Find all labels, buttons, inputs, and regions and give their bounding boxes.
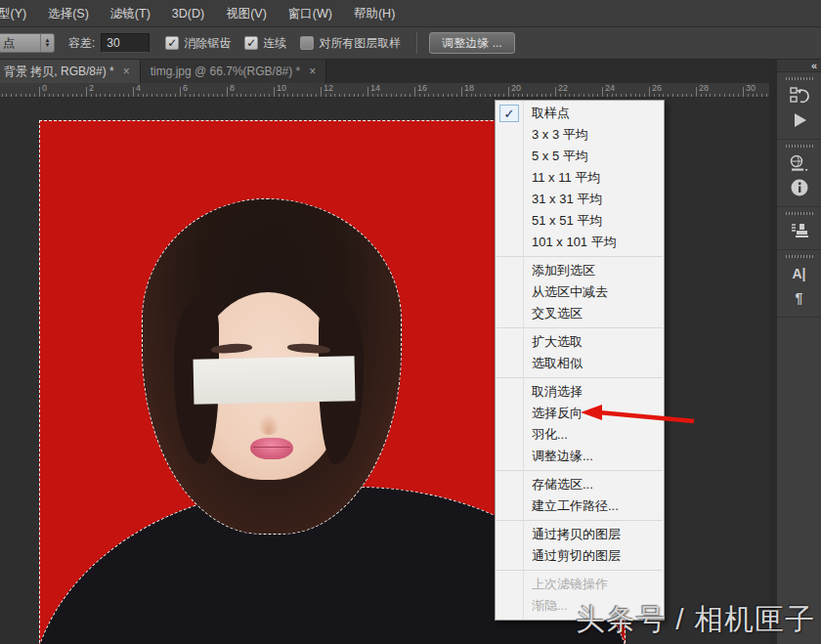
menu-item-51-x-51-平均[interactable]: 51 x 51 平均 — [496, 210, 664, 232]
ruler-tick — [466, 94, 467, 97]
ruler-tick — [545, 94, 546, 97]
refine-edge-button[interactable]: 调整边缘 ... — [429, 32, 514, 54]
menu-separator — [497, 327, 663, 328]
ruler-label: 0 — [42, 83, 47, 93]
collapse-panels-button[interactable]: « — [777, 60, 821, 72]
ruler-tick — [677, 94, 678, 97]
ruler-tick — [114, 94, 115, 97]
ruler-tick — [367, 87, 368, 97]
document-tab-0[interactable]: 背景 拷贝, RGB/8#) *× — [0, 60, 141, 83]
ruler-tick — [405, 94, 406, 97]
ruler-tick — [76, 94, 77, 97]
menu-item-101-x-101-平均[interactable]: 101 x 101 平均 — [496, 232, 664, 253]
panel-gripper-icon[interactable] — [786, 145, 813, 148]
menu-item-上次滤镜操作: 上次滤镜操作 — [496, 574, 664, 595]
menu-separator — [497, 570, 663, 571]
menu-item-1[interactable]: 选择(S) — [37, 0, 100, 27]
info-panel-icon[interactable] — [777, 176, 821, 199]
actions-panel-icon[interactable] — [777, 108, 821, 132]
document-tab-1[interactable]: timg.jpg @ 66.7%(RGB/8#) *× — [141, 60, 327, 83]
ruler-tick — [147, 94, 148, 97]
menu-item-0[interactable]: 型(Y) — [0, 0, 37, 27]
ruler-label: 26 — [652, 83, 662, 93]
ruler-tick — [654, 94, 655, 97]
menu-item-选取相似[interactable]: 选取相似 — [496, 353, 664, 374]
menu-item-通过拷贝的图层[interactable]: 通过拷贝的图层 — [496, 524, 664, 545]
ruler-tick — [190, 94, 191, 97]
ruler-tick — [565, 94, 566, 97]
menu-item-5-x-5-平均[interactable]: 5 x 5 平均 — [496, 146, 664, 167]
3d-panel-icon[interactable] — [777, 151, 821, 175]
ruler-tick — [756, 94, 757, 97]
option-checkbox-2[interactable]: 对所有图层取样 — [300, 35, 401, 52]
ruler-tick — [475, 94, 476, 97]
menu-item-通过剪切的图层[interactable]: 通过剪切的图层 — [496, 545, 664, 567]
ruler-label: 24 — [605, 83, 615, 93]
ruler-tick — [495, 94, 496, 97]
clone-source-panel-icon[interactable] — [777, 219, 821, 242]
ruler-tick — [743, 87, 744, 97]
ruler-tick — [555, 87, 556, 97]
menu-item-取消选择[interactable]: 取消选择 — [496, 381, 664, 403]
panel-gripper-icon[interactable] — [786, 255, 813, 258]
menu-item-羽化-[interactable]: 羽化... — [496, 424, 664, 446]
tab-close-icon[interactable]: × — [309, 65, 316, 77]
ruler-label: 2 — [89, 83, 94, 93]
ruler-tick — [522, 94, 523, 97]
menu-separator — [497, 520, 663, 521]
character-panel-icon[interactable]: A| — [777, 262, 821, 285]
menu-item-6[interactable]: 帮助(H) — [343, 0, 406, 27]
ruler-tick — [25, 94, 26, 97]
ruler-tick — [682, 94, 683, 97]
ruler-tick — [119, 94, 120, 97]
checkbox-checked-icon[interactable]: ✓ — [244, 36, 258, 50]
ruler-tick — [569, 94, 570, 97]
ruler-tick — [67, 94, 68, 97]
menu-item-交叉选区[interactable]: 交叉选区 — [496, 303, 664, 324]
ruler-tick — [386, 94, 387, 97]
ruler-tick — [185, 94, 186, 97]
menu-item-2[interactable]: 滤镜(T) — [100, 0, 161, 27]
tolerance-label: 容差: — [68, 35, 95, 52]
ruler-tick — [588, 94, 589, 97]
ruler-tick — [663, 94, 664, 97]
sample-size-dropdown[interactable]: 点 ▲▼ — [0, 33, 55, 53]
menu-item-4[interactable]: 视图(V) — [215, 0, 278, 27]
menu-item-5[interactable]: 窗口(W) — [278, 0, 343, 27]
menu-item-调整边缘-[interactable]: 调整边缘... — [496, 446, 664, 467]
ruler-tick — [626, 94, 627, 97]
menu-item-建立工作路径-[interactable]: 建立工作路径... — [496, 495, 664, 517]
ruler-tick — [151, 94, 152, 97]
ruler-label: 28 — [699, 83, 709, 93]
ruler-tick — [761, 94, 762, 97]
menu-item-取样点[interactable]: 取样点✓ — [496, 103, 664, 124]
option-checkbox-0[interactable]: ✓消除锯齿 — [165, 35, 231, 52]
menu-separator — [497, 470, 663, 471]
ruler-tick — [279, 94, 280, 97]
menu-item-从选区中减去[interactable]: 从选区中减去 — [496, 281, 664, 303]
menu-item-添加到选区[interactable]: 添加到选区 — [496, 260, 664, 281]
panel-gripper-icon[interactable] — [786, 77, 813, 80]
menu-item-3-x-3-平均[interactable]: 3 x 3 平均 — [496, 124, 664, 146]
tab-close-icon[interactable]: × — [123, 65, 130, 77]
ruler-tick — [240, 94, 241, 97]
menu-item-存储选区-[interactable]: 存储选区... — [496, 474, 664, 495]
ruler-label: 10 — [277, 83, 286, 93]
checkbox-unchecked-icon[interactable] — [300, 36, 314, 50]
menu-item-3[interactable]: 3D(D) — [161, 0, 215, 27]
stepper-arrows-icon[interactable]: ▲▼ — [40, 34, 54, 52]
tolerance-input[interactable] — [101, 33, 150, 53]
history-panel-icon[interactable] — [777, 84, 821, 107]
menu-item-选择反向[interactable]: 选择反向 — [496, 403, 664, 424]
option-checkbox-1[interactable]: ✓连续 — [244, 35, 286, 52]
checkbox-checked-icon[interactable]: ✓ — [165, 36, 179, 50]
ruler-tick — [513, 94, 514, 97]
menu-item-31-x-31-平均[interactable]: 31 x 31 平均 — [496, 189, 664, 210]
panel-gripper-icon[interactable] — [786, 212, 813, 215]
menu-item-扩大选取[interactable]: 扩大选取 — [496, 331, 664, 353]
ruler-tick — [452, 94, 453, 97]
ruler-tick — [58, 94, 59, 97]
paragraph-panel-icon[interactable]: ¶ — [777, 286, 821, 310]
menu-item-11-x-11-平均[interactable]: 11 x 11 平均 — [496, 167, 664, 189]
ruler-tick — [428, 94, 429, 97]
